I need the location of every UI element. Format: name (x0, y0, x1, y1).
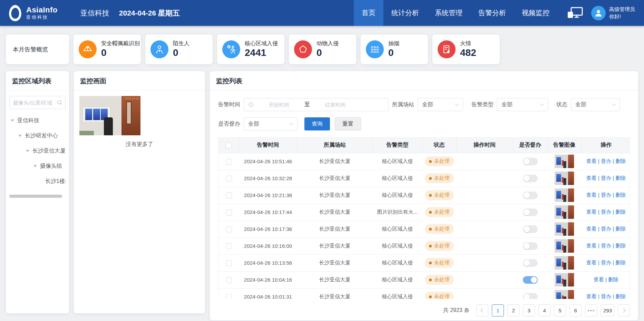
alert-thumbnail[interactable] (555, 222, 574, 236)
supervise-toggle[interactable] (523, 158, 538, 165)
supervise-toggle[interactable] (523, 192, 538, 199)
view-link[interactable]: 查看 (586, 158, 597, 164)
alert-thumbnail[interactable] (555, 256, 574, 270)
supervise-link[interactable]: 督办 (597, 226, 611, 232)
station-select[interactable]: 全部 (418, 98, 463, 111)
delete-link[interactable]: 删除 (604, 276, 618, 282)
nav-item-alert-analysis[interactable]: 告警分析 (470, 0, 514, 26)
nav-item-home[interactable]: 首页 (354, 0, 383, 26)
alert-type-select[interactable]: 全部 (497, 98, 548, 111)
alert-time: 2024-04-26 10:21:38 (239, 187, 297, 204)
current-date: 2024-04-26 星期五 (119, 8, 180, 18)
view-link[interactable]: 查看 (586, 192, 597, 198)
page-button-last[interactable]: 293 (601, 304, 614, 317)
station: 长沙亚信大厦 (297, 254, 373, 271)
tree-node-camera-group[interactable]: 摄像头组 (9, 163, 66, 170)
delete-link[interactable]: 删除 (611, 260, 626, 265)
caret-down-icon[interactable] (33, 165, 37, 167)
alert-thumbnail[interactable] (555, 172, 574, 185)
tree-node-company[interactable]: 亚信科技 (9, 117, 66, 124)
delete-link[interactable]: 删除 (611, 192, 626, 198)
select-all-checkbox[interactable] (226, 143, 232, 148)
delete-link[interactable]: 删除 (611, 158, 626, 164)
view-link[interactable]: 查看 (586, 175, 597, 181)
stat-value: 0 (316, 47, 339, 58)
search-icon[interactable] (57, 99, 63, 107)
row-checkbox[interactable] (226, 294, 232, 299)
row-checkbox[interactable] (226, 260, 232, 266)
horizontal-scrollbar[interactable] (9, 195, 62, 198)
row-checkbox[interactable] (226, 159, 232, 165)
supervise-toggle[interactable] (523, 259, 538, 267)
page-button-4[interactable]: 4 (538, 304, 550, 317)
status-dot-icon (429, 211, 432, 214)
reset-button[interactable]: 重置 (335, 117, 361, 130)
delete-link[interactable]: 删除 (611, 293, 626, 299)
supervise-toggle[interactable] (523, 225, 538, 233)
caret-down-icon[interactable] (26, 150, 29, 152)
supervise-link[interactable]: 督办 (597, 293, 611, 299)
supervise-link[interactable]: 督办 (597, 209, 611, 215)
view-link[interactable]: 查看 (586, 293, 597, 299)
row-checkbox[interactable] (226, 226, 232, 232)
user-avatar[interactable] (591, 6, 606, 20)
view-link[interactable]: 查看 (586, 209, 597, 215)
delete-link[interactable]: 删除 (611, 226, 626, 232)
nav-item-video-monitor[interactable]: 视频监控 (514, 0, 557, 26)
supervise-select[interactable]: 全部 (244, 117, 297, 130)
prev-page-button[interactable] (476, 304, 488, 317)
view-link[interactable]: 查看 (594, 276, 604, 282)
alert-thumbnail[interactable] (555, 273, 574, 286)
page-button-5[interactable]: 5 (554, 304, 566, 317)
page-button-2[interactable]: 2 (507, 304, 519, 317)
nav-item-statistics[interactable]: 统计分析 (383, 0, 427, 26)
tree-node-center[interactable]: 长沙研发中心 (9, 132, 66, 139)
supervise-toggle[interactable] (523, 242, 538, 250)
supervise-link[interactable]: 督办 (597, 158, 611, 164)
end-time-input[interactable] (312, 102, 359, 108)
chevron-down-icon (612, 101, 616, 106)
supervise-link[interactable]: 督办 (597, 175, 611, 181)
start-time-input[interactable] (256, 102, 302, 108)
supervise-toggle[interactable] (523, 208, 538, 216)
view-link[interactable]: 查看 (586, 226, 597, 232)
tree-node-camera[interactable]: 长沙1楼门口 (9, 178, 66, 185)
delete-link[interactable]: 删除 (611, 243, 626, 249)
alert-thumbnail[interactable] (555, 155, 574, 168)
date-range-picker[interactable]: 至 (244, 98, 389, 111)
alert-thumbnail[interactable] (555, 188, 574, 202)
page-button-3[interactable]: 3 (523, 304, 535, 317)
caret-down-icon[interactable] (18, 135, 22, 137)
more-pages-ellipsis[interactable]: ••• (585, 304, 597, 317)
caret-down-icon[interactable] (11, 119, 14, 122)
supervise-toggle[interactable] (523, 293, 538, 299)
next-page-button[interactable] (618, 304, 630, 317)
delete-link[interactable]: 删除 (611, 209, 626, 215)
view-link[interactable]: 查看 (586, 260, 597, 265)
alert-thumbnail[interactable] (555, 290, 574, 299)
supervise-toggle[interactable] (523, 175, 538, 182)
row-checkbox[interactable] (226, 243, 232, 249)
alert-thumbnail[interactable] (555, 239, 574, 253)
brand-logo[interactable]: AsiaInfo 亚信科技 (8, 4, 58, 22)
alert-thumbnail[interactable] (555, 205, 574, 219)
row-checkbox[interactable] (226, 176, 232, 182)
alert-type: 核心区域入侵 (373, 187, 422, 204)
row-checkbox[interactable] (226, 193, 232, 198)
supervise-link[interactable]: 督办 (597, 243, 611, 249)
delete-link[interactable]: 删除 (611, 175, 626, 181)
view-link[interactable]: 查看 (586, 243, 597, 249)
page-button-1[interactable]: 1 (492, 304, 504, 317)
query-button[interactable]: 查询 (304, 117, 330, 130)
supervise-link[interactable]: 督办 (597, 192, 611, 198)
row-checkbox[interactable] (226, 210, 232, 215)
supervise-toggle[interactable] (523, 276, 538, 284)
tree-node-building[interactable]: 长沙亚信大厦 (9, 147, 66, 155)
supervise-link[interactable]: 督办 (597, 260, 611, 265)
row-checkbox[interactable] (226, 277, 232, 283)
nav-item-system[interactable]: 系统管理 (427, 0, 470, 26)
page-button-6[interactable]: 6 (569, 304, 582, 317)
dual-screen-icon[interactable] (567, 7, 583, 19)
camera-preview-image[interactable]: 2024-04-26 (79, 96, 140, 135)
status-select[interactable]: 全部 (571, 98, 620, 111)
